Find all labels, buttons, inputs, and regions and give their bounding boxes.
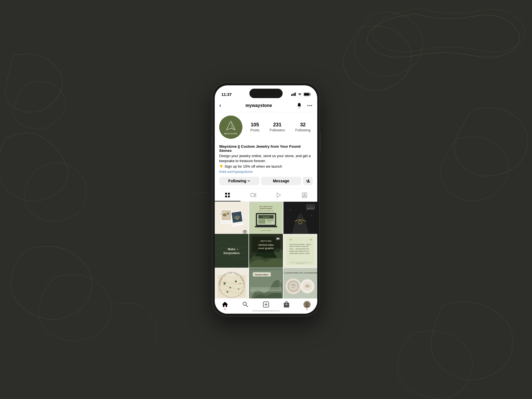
svg-point-84 bbox=[227, 291, 228, 293]
svg-text:Favorite hikes?: Favorite hikes? bbox=[255, 274, 268, 276]
post-9-image: Script Font ILLUSTRATIONS YOU CAN ENGRAV… bbox=[283, 268, 317, 298]
svg-rect-21 bbox=[251, 194, 254, 197]
post-4-image: Make ✦ Keepsakes bbox=[215, 234, 249, 268]
svg-rect-19 bbox=[225, 196, 227, 197]
svg-rect-101 bbox=[303, 282, 312, 291]
svg-text:✦: ✦ bbox=[237, 248, 239, 251]
grid-post-4[interactable]: Make ✦ Keepsakes bbox=[215, 234, 249, 268]
svg-rect-48 bbox=[267, 222, 272, 223]
svg-text:WAYSTONE: WAYSTONE bbox=[307, 208, 314, 209]
followers-label: Followers bbox=[270, 128, 285, 132]
nav-active-dot bbox=[224, 309, 226, 310]
svg-rect-46 bbox=[259, 219, 266, 224]
nav-profile-avatar bbox=[303, 301, 311, 308]
more-options-icon[interactable] bbox=[307, 103, 313, 109]
following-button[interactable]: Following bbox=[219, 177, 259, 185]
svg-text:": " bbox=[310, 238, 312, 244]
grid-post-5[interactable]: PRETTY NICE Vertical video cover graphic bbox=[249, 234, 283, 268]
posts-stat[interactable]: 105 Posts bbox=[250, 122, 259, 132]
svg-text:Keepsakes: Keepsakes bbox=[224, 251, 240, 255]
nav-create[interactable] bbox=[262, 301, 270, 308]
following-label: Following bbox=[295, 128, 311, 132]
svg-rect-30 bbox=[221, 222, 231, 223]
bell-icon[interactable] bbox=[296, 103, 302, 109]
svg-text:WAYSTONE: WAYSTONE bbox=[224, 133, 237, 135]
nav-search[interactable] bbox=[242, 301, 249, 308]
svg-text:Font: Font bbox=[292, 287, 295, 288]
svg-rect-6 bbox=[304, 93, 309, 95]
grid-post-3[interactable]: ▲ WAYSTONE bbox=[283, 202, 317, 236]
svg-point-7 bbox=[308, 105, 309, 106]
add-post-icon bbox=[262, 301, 270, 308]
nav-profile-dot bbox=[306, 309, 308, 310]
svg-text:website design!: website design! bbox=[260, 208, 272, 209]
grid-post-6[interactable]: " " Find your own stones — even a piece … bbox=[283, 234, 317, 268]
posts-label: Posts bbox=[250, 128, 259, 132]
tab-tagged[interactable] bbox=[292, 189, 318, 201]
post-1-image: ⊕ bbox=[215, 202, 249, 236]
home-indicator bbox=[252, 310, 280, 311]
bio-section: Waystone || Custom Jewelry from Your Fou… bbox=[215, 144, 317, 177]
nav-shop[interactable] bbox=[283, 301, 290, 308]
svg-point-9 bbox=[311, 105, 312, 106]
grid-icon bbox=[224, 192, 231, 198]
svg-point-82 bbox=[235, 281, 237, 283]
svg-text:": " bbox=[290, 238, 292, 244]
svg-rect-3 bbox=[295, 93, 296, 96]
svg-text:Vertical video: Vertical video bbox=[258, 244, 274, 246]
search-icon bbox=[242, 301, 249, 308]
post-7-image: WHERE DID YOU FIND YOUR STONE? bbox=[215, 268, 249, 298]
svg-point-85 bbox=[239, 283, 241, 284]
svg-text:PRETTY NICE: PRETTY NICE bbox=[260, 240, 272, 242]
svg-point-28 bbox=[222, 214, 226, 216]
svg-point-57 bbox=[311, 216, 312, 216]
reels-icon bbox=[276, 192, 282, 198]
home-icon bbox=[221, 301, 229, 308]
tab-igtv[interactable] bbox=[241, 189, 266, 201]
svg-text:mywaystone: mywaystone bbox=[262, 217, 270, 218]
phone-mockup: 11:37 bbox=[212, 83, 320, 316]
following-stat[interactable]: 32 Following bbox=[295, 122, 311, 132]
profile-avatar-icon bbox=[304, 301, 310, 308]
igtv-icon bbox=[250, 192, 256, 198]
status-time: 11:37 bbox=[221, 92, 232, 97]
svg-text:Community for Makers: Community for Makers bbox=[261, 230, 271, 231]
grid-post-2[interactable]: Get a peek at our website design! OPENIN… bbox=[249, 202, 283, 236]
grid-post-8[interactable]: Favorite hikes? C O N T E N T bbox=[249, 268, 283, 298]
nav-profile[interactable] bbox=[303, 301, 311, 308]
svg-rect-90 bbox=[250, 290, 282, 293]
message-button[interactable]: Message bbox=[261, 177, 301, 185]
svg-text:⊕: ⊕ bbox=[244, 231, 246, 234]
chevron-down-icon bbox=[247, 180, 250, 182]
svg-point-97 bbox=[287, 280, 300, 293]
svg-text:cover graphic: cover graphic bbox=[258, 247, 274, 250]
bio-link[interactable]: linktr.ee/mywaystone bbox=[219, 170, 253, 174]
svg-point-56 bbox=[290, 210, 291, 211]
svg-point-58 bbox=[287, 221, 288, 222]
svg-point-102 bbox=[307, 285, 308, 286]
posts-count: 105 bbox=[251, 122, 259, 128]
svg-point-107 bbox=[306, 303, 308, 305]
tab-grid[interactable] bbox=[215, 189, 241, 201]
avatar[interactable]: WAYSTONE bbox=[219, 116, 242, 139]
tab-reels[interactable] bbox=[266, 189, 292, 201]
svg-rect-1 bbox=[293, 94, 293, 96]
svg-point-83 bbox=[238, 288, 239, 290]
signal-icon bbox=[291, 93, 296, 96]
svg-point-59 bbox=[314, 207, 315, 208]
ig-header: ‹ mywaystone bbox=[215, 100, 317, 112]
grid-post-7[interactable]: WHERE DID YOU FIND YOUR STONE? bbox=[215, 268, 249, 298]
nav-home[interactable] bbox=[221, 301, 229, 308]
grid-post-1[interactable]: ⊕ bbox=[215, 202, 249, 236]
grid-post-9[interactable]: Script Font ILLUSTRATIONS YOU CAN ENGRAV… bbox=[283, 268, 317, 298]
svg-point-60 bbox=[297, 206, 298, 206]
post-6-image: " " Find your own stones — even a piece … bbox=[286, 237, 314, 265]
followers-stat[interactable]: 231 Followers bbox=[270, 122, 285, 132]
back-button[interactable]: ‹ bbox=[219, 102, 221, 109]
add-person-button[interactable] bbox=[303, 177, 313, 185]
svg-rect-0 bbox=[291, 94, 292, 96]
post-5-image: PRETTY NICE Vertical video cover graphic bbox=[249, 234, 283, 268]
post-3-image: ▲ WAYSTONE bbox=[283, 202, 317, 236]
action-buttons: Following Message bbox=[215, 177, 317, 188]
svg-rect-20 bbox=[228, 196, 230, 197]
